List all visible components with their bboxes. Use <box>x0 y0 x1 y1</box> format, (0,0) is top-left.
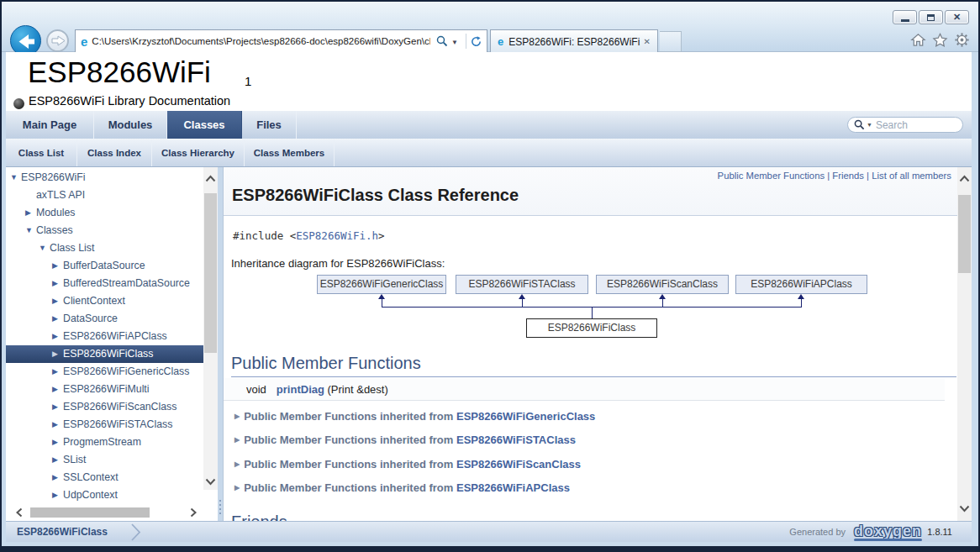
tree-collapsed-icon[interactable]: ▶ <box>52 275 63 292</box>
tree-item[interactable]: ▶ESP8266WiFiSTAClass <box>6 416 203 434</box>
tree-collapsed-icon[interactable]: ▶ <box>52 469 63 486</box>
tree-item[interactable]: ▶UdpContext <box>6 486 203 504</box>
search-dropdown-caret[interactable]: ▼ <box>451 39 458 46</box>
doc-search-input[interactable] <box>876 119 951 131</box>
tree-collapsed-icon[interactable]: ▶ <box>52 292 63 310</box>
url-text: C:\Users\Krzysztof\Documents\Projects\es… <box>92 36 430 46</box>
content-vertical-scrollbar[interactable] <box>957 167 972 521</box>
doc-search-box[interactable]: ▼ <box>847 117 963 133</box>
tree-item[interactable]: ▶ClientContext <box>6 292 203 310</box>
diagram-node[interactable]: ESP8266WiFiScanClass <box>596 275 729 294</box>
tree-collapsed-icon[interactable]: ▶ <box>52 363 63 381</box>
inherited-section[interactable]: ▶Public Member Functions inherited from … <box>234 407 595 426</box>
tab-class-members[interactable]: Class Members <box>245 139 335 166</box>
doxygen-logo[interactable]: doxygen <box>854 523 922 540</box>
tree-collapsed-icon[interactable]: ▶ <box>52 381 63 398</box>
tree-item[interactable]: ▶BufferDataSource <box>6 257 203 275</box>
tree-collapsed-icon[interactable]: ▶ <box>25 204 36 222</box>
browser-tab[interactable]: e ESP8266WiFi: ESP8266WiFi... ✕ <box>490 29 658 54</box>
summary-link-friends[interactable]: Friends <box>832 171 864 181</box>
tree-item[interactable]: ▶ProgmemStream <box>6 434 203 451</box>
member-link[interactable]: printDiag <box>277 383 324 396</box>
scroll-down-icon[interactable] <box>957 503 972 513</box>
summary-link-all-members[interactable]: List of all members <box>872 171 951 181</box>
tree-item[interactable]: ▶ESP8266WiFiMulti <box>6 381 203 398</box>
tree-collapsed-icon[interactable]: ▶ <box>52 328 63 345</box>
inherited-class-link[interactable]: ESP8266WiFiAPClass <box>456 481 570 494</box>
forward-button[interactable] <box>46 29 69 52</box>
tree-collapsed-icon[interactable]: ▶ <box>52 345 63 363</box>
tab-class-index[interactable]: Class Index <box>77 139 152 166</box>
minimize-button[interactable] <box>893 10 917 24</box>
tab-classes[interactable]: Classes <box>167 111 242 139</box>
scroll-left-icon[interactable] <box>13 507 27 518</box>
include-file-link[interactable]: ESP8266WiFi.h <box>296 229 378 242</box>
tree-collapsed-icon[interactable]: ▶ <box>52 451 63 469</box>
forward-arrow-icon <box>48 31 67 50</box>
search-icon[interactable] <box>436 35 448 47</box>
close-button[interactable]: ✕ <box>945 10 969 24</box>
scroll-up-icon[interactable] <box>957 174 972 184</box>
inherited-section[interactable]: ▶Public Member Functions inherited from … <box>234 431 576 449</box>
refresh-icon[interactable] <box>470 35 482 48</box>
inherited-class-link[interactable]: ESP8266WiFiSTAClass <box>456 434 576 446</box>
address-bar[interactable]: e C:\Users\Krzysztof\Documents\Projects\… <box>75 29 487 53</box>
tree-item[interactable]: ▶SSLContext <box>6 469 203 486</box>
tree-expanded-icon[interactable]: ▼ <box>39 239 50 257</box>
sidebar-horizontal-scrollbar[interactable] <box>6 505 203 520</box>
hscroll-thumb[interactable] <box>30 507 150 518</box>
tree-collapsed-icon[interactable]: ▶ <box>52 310 63 328</box>
breadcrumb-item[interactable]: ESP8266WiFiClass <box>17 522 108 543</box>
inherited-class-link[interactable]: ESP8266WiFiGenericClass <box>456 410 595 423</box>
tree-collapsed-icon[interactable]: ▶ <box>52 257 63 275</box>
tree-item[interactable]: ▼Class List <box>6 239 203 257</box>
tree-item[interactable]: ▼ESP8266WiFi <box>6 169 203 187</box>
favorites-star-icon[interactable] <box>932 32 948 48</box>
navigation-tree: ▼ESP8266WiFi axTLS API ▶Modules ▼Classes… <box>6 167 203 521</box>
friends-heading: Friends <box>231 513 287 521</box>
tree-collapsed-icon[interactable]: ▶ <box>52 416 63 434</box>
tab-class-list[interactable]: Class List <box>6 139 77 166</box>
tree-collapsed-icon[interactable]: ▶ <box>52 486 63 504</box>
tab-modules[interactable]: Modules <box>94 111 167 139</box>
tree-item[interactable]: ▼Classes <box>6 222 203 239</box>
tree-item[interactable]: ▶DataSource <box>6 310 203 328</box>
scroll-down-icon[interactable] <box>203 476 218 486</box>
scroll-right-icon[interactable] <box>186 507 200 518</box>
summary-link-pmf[interactable]: Public Member Functions <box>718 171 825 181</box>
inherited-section[interactable]: ▶Public Member Functions inherited from … <box>234 479 570 497</box>
diagram-node[interactable]: ESP8266WiFiAPClass <box>735 275 867 294</box>
home-icon[interactable] <box>910 32 926 48</box>
scroll-up-icon[interactable] <box>203 174 218 184</box>
tools-gear-icon[interactable] <box>954 32 970 48</box>
project-logo-icon <box>13 98 24 109</box>
tree-expanded-icon[interactable]: ▼ <box>25 222 36 239</box>
tree-item[interactable]: ▶SList <box>6 451 203 469</box>
tab-class-hierarchy[interactable]: Class Hierarchy <box>152 139 245 166</box>
tab-favicon: e <box>498 35 503 48</box>
inherited-section[interactable]: ▶Public Member Functions inherited from … <box>234 455 581 474</box>
diagram-node[interactable]: ESP8266WiFiSTAClass <box>456 275 588 294</box>
tree-item-selected[interactable]: ▶ESP8266WiFiClass <box>6 345 203 363</box>
tab-close-icon[interactable]: ✕ <box>644 37 651 46</box>
inherited-class-link[interactable]: ESP8266WiFiScanClass <box>456 458 581 471</box>
tree-item[interactable]: axTLS API <box>6 187 203 204</box>
tree-expanded-icon[interactable]: ▼ <box>10 169 21 187</box>
vscroll-thumb[interactable] <box>204 193 217 353</box>
tree-item[interactable]: ▶ESP8266WiFiGenericClass <box>6 363 203 381</box>
new-tab-button[interactable] <box>660 31 682 52</box>
tree-collapsed-icon[interactable]: ▶ <box>52 434 63 451</box>
tree-item[interactable]: ▶Modules <box>6 204 203 222</box>
maximize-button[interactable] <box>919 10 943 24</box>
sidebar-vertical-scrollbar[interactable] <box>203 167 218 490</box>
section-rule <box>231 376 956 377</box>
diagram-node[interactable]: ESP8266WiFiGenericClass <box>317 275 446 294</box>
main-tab-bar: Main Page Modules Classes Files ▼ <box>6 111 972 139</box>
vscroll-thumb[interactable] <box>958 195 971 273</box>
tree-item[interactable]: ▶BufferedStreamDataSource <box>6 275 203 292</box>
tab-main-page[interactable]: Main Page <box>6 111 94 139</box>
tree-item[interactable]: ▶ESP8266WiFiAPClass <box>6 328 203 345</box>
tree-collapsed-icon[interactable]: ▶ <box>52 398 63 416</box>
tree-item[interactable]: ▶ESP8266WiFiScanClass <box>6 398 203 416</box>
tab-files[interactable]: Files <box>242 111 297 139</box>
